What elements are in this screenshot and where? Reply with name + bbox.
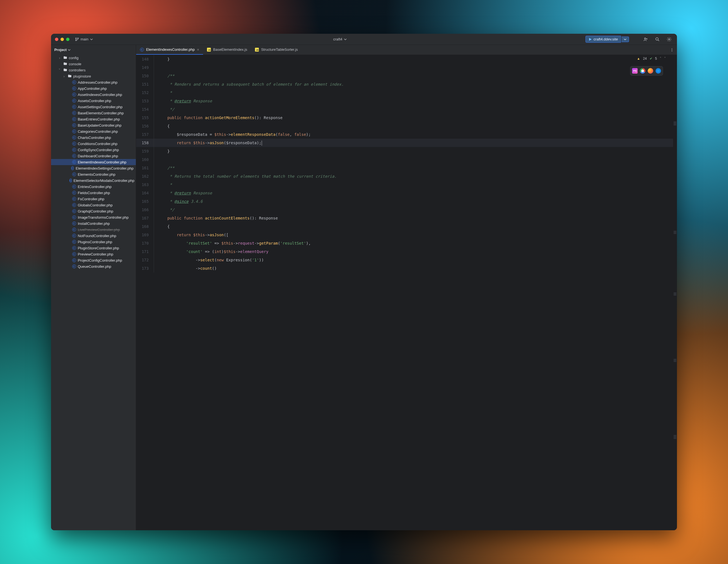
gutter-line-number[interactable]: 154: [136, 105, 154, 114]
gutter-line-number[interactable]: 169: [136, 231, 154, 239]
code-line[interactable]: * @return Response: [154, 189, 677, 197]
tree-file[interactable]: ›CConditionsController.php: [51, 141, 136, 147]
gutter-line-number[interactable]: 168: [136, 222, 154, 231]
tree-folder[interactable]: ›pluginstore: [51, 73, 136, 79]
tree-file[interactable]: ›CDashboardController.php: [51, 153, 136, 159]
tree-folder[interactable]: console: [51, 61, 136, 67]
code-line[interactable]: {: [154, 122, 677, 130]
tree-file[interactable]: ›CElementIndexesController.php: [51, 159, 136, 165]
tree-file[interactable]: ›CPluginStoreController.php: [51, 245, 136, 251]
project-tree[interactable]: ›configconsole˅controllers›pluginstore›C…: [51, 55, 136, 530]
gutter-line-number[interactable]: 158: [136, 139, 154, 147]
code-line[interactable]: }: [154, 147, 677, 155]
code-line[interactable]: return $this->asJson([: [154, 231, 677, 239]
gutter-line-number[interactable]: 157: [136, 130, 154, 139]
code-line[interactable]: 'count' => (int)$this->elementQuery: [154, 247, 677, 256]
tree-file[interactable]: ›CBaseUpdaterController.php: [51, 122, 136, 128]
tree-file[interactable]: ›CInstallController.php: [51, 220, 136, 226]
tree-file[interactable]: ›CNotFoundController.php: [51, 233, 136, 239]
code-line[interactable]: ->select(new Expression('1')): [154, 256, 677, 264]
gutter-line-number[interactable]: 156: [136, 122, 154, 130]
project-tool-header[interactable]: Project: [51, 45, 136, 55]
code-line[interactable]: public function actionGetMoreElements():…: [154, 114, 677, 122]
tree-file[interactable]: ›CPreviewController.php: [51, 251, 136, 257]
tree-file[interactable]: ›CChartsController.php: [51, 134, 136, 141]
tree-file[interactable]: ›CEntriesController.php: [51, 184, 136, 190]
gutter-line-number[interactable]: 149: [136, 63, 154, 72]
tree-file[interactable]: ›CAppController.php: [51, 85, 136, 91]
code-line[interactable]: }: [154, 55, 677, 63]
editor-tab[interactable]: CElementIndexesController.php×: [136, 45, 203, 55]
tree-file[interactable]: ›CGlobalsController.php: [51, 202, 136, 208]
tree-file[interactable]: ›CElementSelectorModalsController.php: [51, 177, 136, 184]
code-line[interactable]: 'resultSet' => $this->request->getParam(…: [154, 239, 677, 247]
maximize-window-button[interactable]: [66, 38, 69, 41]
gutter-line-number[interactable]: 153: [136, 97, 154, 105]
gutter-line-number[interactable]: 165: [136, 197, 154, 206]
gutter-line-number[interactable]: 172: [136, 256, 154, 264]
error-stripe[interactable]: [673, 55, 677, 530]
gutter-line-number[interactable]: 152: [136, 88, 154, 97]
code-line[interactable]: [154, 155, 677, 164]
tree-file[interactable]: ›CBaseElementsController.php: [51, 110, 136, 116]
code-line[interactable]: $responseData = $this->elementResponseDa…: [154, 130, 677, 139]
gutter-line-number[interactable]: 173: [136, 264, 154, 273]
code-line[interactable]: {: [154, 222, 677, 231]
tree-file[interactable]: ›CImageTransformsController.php: [51, 214, 136, 220]
tree-file[interactable]: ›CAddressesController.php: [51, 79, 136, 85]
gutter-line-number[interactable]: 161: [136, 164, 154, 172]
gutter-line-number[interactable]: 148: [136, 55, 154, 63]
tree-file[interactable]: ›CConfigSyncController.php: [51, 147, 136, 153]
tree-file[interactable]: ›CElementIndexSettingsController.php: [51, 165, 136, 171]
code-line[interactable]: [154, 63, 677, 72]
editor-tab[interactable]: JSStructureTableSorter.js: [251, 45, 302, 55]
tree-folder[interactable]: ›config: [51, 55, 136, 61]
code-line[interactable]: public function actionCountElements(): R…: [154, 214, 677, 222]
tree-file[interactable]: ›CGraphqlController.php: [51, 208, 136, 214]
code-line[interactable]: return $this->asJson($responseData);: [154, 139, 677, 147]
search-everywhere-button[interactable]: [654, 35, 661, 43]
gutter-line-number[interactable]: 170: [136, 239, 154, 247]
gutter-line-number[interactable]: 155: [136, 114, 154, 122]
tree-file[interactable]: ›CAssetSettingsController.php: [51, 104, 136, 110]
tree-file[interactable]: ›CProjectConfigController.php: [51, 257, 136, 263]
gutter-line-number[interactable]: 171: [136, 247, 154, 256]
settings-button[interactable]: [665, 35, 673, 43]
tree-file[interactable]: ›CLivePreviewController.php: [51, 226, 136, 233]
code-line[interactable]: * Returns the total number of elements t…: [154, 172, 677, 180]
tree-folder[interactable]: ˅controllers: [51, 67, 136, 73]
tree-file[interactable]: ›CCategoriesController.php: [51, 128, 136, 134]
tree-file[interactable]: ›CPluginsController.php: [51, 239, 136, 245]
code-line[interactable]: * @since 3.4.6: [154, 197, 677, 206]
close-window-button[interactable]: [55, 38, 58, 41]
gutter-line-number[interactable]: 151: [136, 80, 154, 88]
code-line[interactable]: /**: [154, 72, 677, 80]
gutter-line-number[interactable]: 159: [136, 147, 154, 155]
vcs-branch-widget[interactable]: main: [73, 36, 95, 42]
code-line[interactable]: */: [154, 105, 677, 114]
close-tab-button[interactable]: ×: [197, 48, 199, 52]
tree-file[interactable]: ›CFieldsController.php: [51, 190, 136, 196]
code-with-me-button[interactable]: [642, 35, 650, 43]
minimize-window-button[interactable]: [61, 38, 64, 41]
tree-file[interactable]: ›CAssetsController.php: [51, 98, 136, 104]
run-button[interactable]: craft4.ddev.site: [585, 36, 621, 43]
code-line[interactable]: *: [154, 88, 677, 97]
gutter-line-number[interactable]: 167: [136, 214, 154, 222]
gutter-line-number[interactable]: 160: [136, 155, 154, 164]
gutter-line-number[interactable]: 164: [136, 189, 154, 197]
gutter-line-number[interactable]: 150: [136, 72, 154, 80]
tree-file[interactable]: ›CElementsController.php: [51, 171, 136, 177]
run-config-dropdown[interactable]: [621, 37, 629, 42]
tree-file[interactable]: ›CBaseEntriesController.php: [51, 116, 136, 122]
code-line[interactable]: *: [154, 180, 677, 189]
code-line[interactable]: /**: [154, 164, 677, 172]
tree-file[interactable]: ›CQueueController.php: [51, 263, 136, 269]
tabs-menu-button[interactable]: [667, 45, 677, 55]
code-line[interactable]: */: [154, 206, 677, 214]
code-line[interactable]: ->count(): [154, 264, 677, 273]
gutter-line-number[interactable]: 162: [136, 172, 154, 180]
code-line[interactable]: * Renders and returns a subsequent batch…: [154, 80, 677, 88]
code-editor[interactable]: 148 }149 150 /**151 * Renders and return…: [136, 55, 677, 530]
gutter-line-number[interactable]: 163: [136, 180, 154, 189]
